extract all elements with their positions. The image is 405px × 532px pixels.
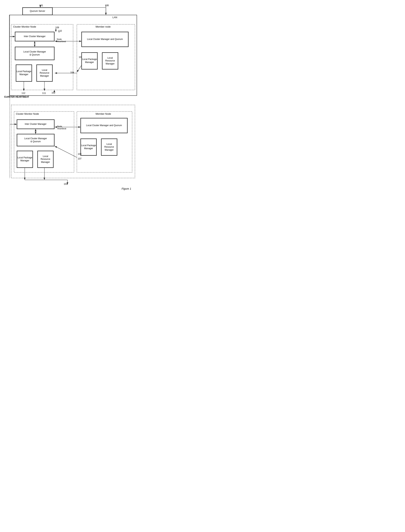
ref-111: 111 xyxy=(42,92,46,94)
ref-112: 112 xyxy=(21,92,25,94)
local-package-manager-box-2: Local Package Manager xyxy=(81,53,97,69)
quorum-server-box: Quorum Server xyxy=(22,7,53,15)
inter-cluster-manager-box-2: Inter Cluster Manager xyxy=(17,120,54,129)
local-cluster-manager-quorum-box-1: Local Cluster Manager& Quorum xyxy=(15,47,54,60)
local-cluster-manager-quorum-label-1: Local Cluster Manager& Quorum xyxy=(23,50,46,56)
ref-106: 106 xyxy=(78,153,81,155)
node-heartbeat-label-1: NodeHeartbeat xyxy=(57,38,66,42)
figure-label: Figure 1 xyxy=(122,187,131,190)
local-package-manager-label-3: Local Package Manager xyxy=(17,156,32,162)
cluster-monitor-node-label-1: Cluster Monitor Node xyxy=(13,25,36,28)
local-cluster-manager-quorum-box-4: Local Cluster Manager and Quorum xyxy=(81,118,128,133)
cluster-monitor-node-label-2: Cluster Monitor Node xyxy=(16,112,39,115)
node-heartbeat-label-2: NodeHeartbeat xyxy=(57,125,66,130)
local-resource-manager-label-4: Local Resource Manager xyxy=(101,143,117,152)
ref-101: 101 xyxy=(39,4,43,7)
quorum-server-label: Quorum Server xyxy=(30,10,45,13)
local-resource-manager-label-2: Local Resource Manager xyxy=(102,57,118,65)
member-node-label-1: Member node xyxy=(95,25,111,28)
ref-107: 107 xyxy=(78,157,81,160)
ref-109: 109 xyxy=(55,26,59,29)
local-resource-manager-box-1: Local Resource Manager xyxy=(37,65,53,81)
lan-label: LAN xyxy=(112,16,117,19)
local-package-manager-label-1: Local Package Manager xyxy=(16,70,32,76)
local-cluster-manager-quorum-label-4: Local Cluster Manager and Quorum xyxy=(86,124,122,127)
local-cluster-manager-quorum-box-3: Local Cluster Manager and Quorum xyxy=(81,32,128,47)
inter-cluster-manager-box-1: Inter Cluster Manager xyxy=(15,32,54,41)
local-cluster-manager-quorum-box-2: Local Cluster Manager& Quorum xyxy=(17,134,54,146)
inter-cluster-manager-label-2: Inter Cluster Manager xyxy=(25,123,47,126)
local-cluster-manager-quorum-label-2: Local Cluster Manager& Quorum xyxy=(24,137,47,143)
ref-103: 103 xyxy=(64,183,68,185)
local-package-manager-box-1: Local Package Manager xyxy=(16,65,32,81)
cluster-heartbeat-label: CLUSTER HEARTBEAT xyxy=(4,95,29,99)
local-package-manager-box-4: Local Package Manager xyxy=(81,139,96,155)
local-resource-manager-label-3: Local Resource Manager xyxy=(38,155,53,164)
local-resource-manager-label-1: Local Resource Manager xyxy=(37,69,52,78)
ref-108: 108 xyxy=(105,4,109,7)
local-cluster-manager-quorum-label-3: Local Cluster Manager and Quorum xyxy=(87,38,123,41)
local-resource-manager-box-3: Local Resource Manager xyxy=(37,151,54,168)
ref-104: 104 xyxy=(70,71,74,74)
local-package-manager-label-4: Local Package Manager xyxy=(81,144,96,150)
member-node-label-2: Member Node xyxy=(95,112,111,115)
ref-110: 110 xyxy=(58,30,62,32)
ref-102: 102 xyxy=(52,91,55,94)
inter-cluster-manager-label-1: Inter Cluster Manager xyxy=(24,35,46,38)
local-resource-manager-box-4: Local Resource Manager xyxy=(101,139,117,155)
svg-line-42 xyxy=(55,146,77,157)
local-resource-manager-box-2: Local Resource Manager xyxy=(102,53,118,69)
local-package-manager-label-2: Local Package Manager xyxy=(82,58,97,64)
local-package-manager-box-3: Local Package Manager xyxy=(17,151,33,168)
